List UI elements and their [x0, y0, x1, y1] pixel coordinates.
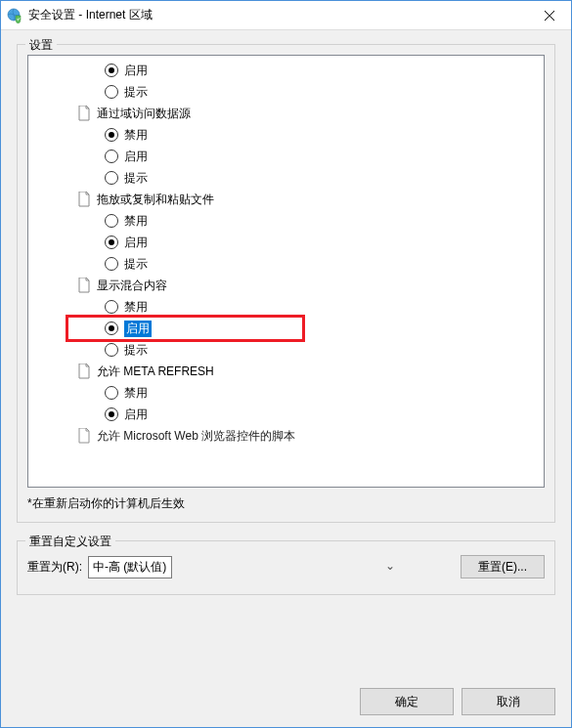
radio-icon — [105, 321, 118, 335]
radio-icon — [105, 64, 118, 77]
settings-group: 允许 META REFRESH — [28, 361, 544, 382]
option-label: 启用 — [124, 407, 148, 423]
settings-group: 允许 Microsoft Web 浏览器控件的脚本 — [28, 425, 544, 447]
radio-option[interactable]: 提示 — [28, 339, 544, 361]
radio-option[interactable]: 提示 — [28, 253, 544, 275]
globe-shield-icon — [7, 8, 22, 23]
group-title: 允许 Microsoft Web 浏览器控件的脚本 — [97, 428, 295, 445]
option-label: 禁用 — [124, 213, 148, 230]
radio-icon — [105, 171, 118, 185]
group-title: 显示混合内容 — [97, 278, 167, 294]
window-title: 安全设置 - Internet 区域 — [28, 7, 527, 23]
radio-option[interactable]: 提示 — [28, 167, 544, 189]
radio-option[interactable]: 禁用 — [28, 210, 544, 232]
option-label: 启用 — [124, 321, 152, 337]
radio-icon — [105, 128, 118, 142]
document-icon — [77, 106, 93, 121]
option-label: 提示 — [124, 256, 148, 273]
close-icon — [545, 11, 554, 21]
radio-option[interactable]: 启用 — [28, 232, 544, 253]
dialog-window: 安全设置 - Internet 区域 设置 启用 提示 — [0, 0, 572, 728]
radio-icon — [105, 300, 118, 314]
reset-row: 重置为(R): 中-高 (默认值) 重置(E)... — [27, 555, 545, 578]
group-title: 拖放或复制和粘贴文件 — [97, 192, 214, 208]
dialog-content: 设置 启用 提示 通过域访问数据源 — [1, 30, 571, 727]
group-title: 允许 META REFRESH — [97, 364, 214, 380]
radio-icon — [105, 386, 118, 400]
option-label: 提示 — [124, 84, 148, 101]
option-label: 启用 — [124, 235, 148, 251]
settings-fieldset: 设置 启用 提示 通过域访问数据源 — [17, 44, 555, 523]
document-icon — [77, 364, 93, 379]
document-icon — [77, 192, 93, 207]
reset-button[interactable]: 重置(E)... — [461, 555, 545, 578]
radio-option[interactable]: 启用 — [28, 404, 544, 425]
option-label: 启用 — [124, 149, 148, 165]
radio-option[interactable]: 提示 — [28, 81, 544, 103]
radio-option[interactable]: 启用 — [28, 146, 544, 167]
radio-icon — [105, 257, 118, 271]
document-icon — [77, 278, 93, 293]
close-button[interactable] — [527, 1, 571, 30]
option-label: 禁用 — [124, 127, 148, 144]
cancel-button[interactable]: 取消 — [462, 688, 555, 715]
radio-icon — [105, 407, 118, 421]
radio-option[interactable]: 禁用 — [28, 296, 544, 318]
settings-tree[interactable]: 启用 提示 通过域访问数据源 禁用 — [27, 55, 545, 488]
settings-legend: 设置 — [25, 37, 57, 54]
option-label: 启用 — [124, 63, 148, 79]
restart-note: *在重新启动你的计算机后生效 — [27, 495, 545, 512]
reset-to-label: 重置为(R): — [27, 559, 82, 576]
radio-option[interactable]: 禁用 — [28, 124, 544, 146]
group-title: 通过域访问数据源 — [97, 106, 191, 122]
settings-group: 拖放或复制和粘贴文件 — [28, 189, 544, 210]
option-label: 禁用 — [124, 299, 148, 316]
reset-level-select[interactable]: 中-高 (默认值) — [88, 556, 172, 578]
ok-button[interactable]: 确定 — [360, 688, 454, 715]
option-label: 禁用 — [124, 385, 148, 402]
radio-icon — [105, 343, 118, 357]
dialog-footer: 确定 取消 — [17, 664, 555, 715]
document-icon — [77, 428, 93, 444]
settings-group: 通过域访问数据源 — [28, 103, 544, 124]
radio-option[interactable]: 禁用 — [28, 382, 544, 404]
radio-icon — [105, 236, 118, 249]
reset-legend: 重置自定义设置 — [25, 534, 115, 550]
radio-icon — [105, 150, 118, 163]
reset-fieldset: 重置自定义设置 重置为(R): 中-高 (默认值) 重置(E)... — [17, 540, 555, 595]
radio-icon — [105, 85, 118, 99]
settings-group: 显示混合内容 — [28, 275, 544, 296]
option-label: 提示 — [124, 342, 148, 359]
radio-option[interactable]: 启用 — [28, 60, 544, 81]
radio-icon — [105, 214, 118, 228]
radio-option-highlighted[interactable]: 启用 — [28, 318, 544, 339]
reset-level-select-wrap: 中-高 (默认值) — [88, 556, 401, 578]
option-label: 提示 — [124, 170, 148, 187]
titlebar: 安全设置 - Internet 区域 — [1, 1, 571, 30]
